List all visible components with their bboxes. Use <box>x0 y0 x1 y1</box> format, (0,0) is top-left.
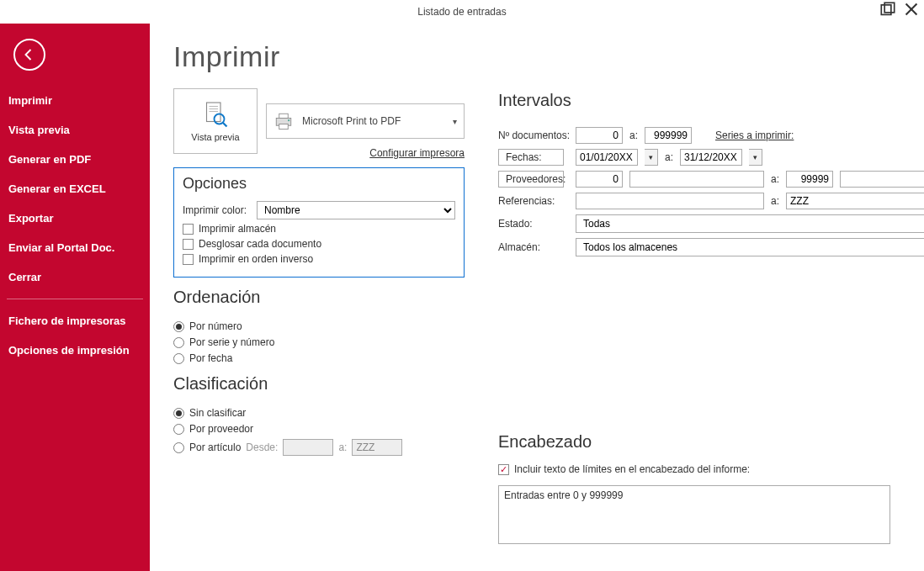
printer-name: Microsoft Print to PDF <box>302 115 459 127</box>
sidebar-item-imprimir[interactable]: Imprimir <box>0 86 150 115</box>
ref-from-input[interactable] <box>576 193 764 209</box>
opciones-title: Opciones <box>183 175 455 193</box>
radio-por-fecha-row[interactable]: Por fecha <box>173 352 465 364</box>
opciones-section: Opciones Imprimir color: Nombre Imprimir… <box>173 167 465 278</box>
document-preview-icon <box>200 100 231 130</box>
radio-por-fecha-label: Por fecha <box>189 352 232 364</box>
sidebar: Imprimir Vista previa Generar en PDF Gen… <box>0 24 150 571</box>
sidebar-item-enviar-portal[interactable]: Enviar al Portal Doc. <box>0 233 150 262</box>
hasta-input <box>352 439 402 456</box>
ordenacion-section: Ordenación Por número Por serie y número… <box>173 288 465 364</box>
window-title: Listado de entradas <box>417 6 506 18</box>
radio-por-numero-row[interactable]: Por número <box>173 320 465 332</box>
radio-icon[interactable] <box>173 321 184 332</box>
fecha-to-input[interactable] <box>680 149 742 166</box>
desde-label: Desde: <box>246 441 278 453</box>
radio-icon[interactable] <box>173 408 184 419</box>
prov-to-name-input[interactable] <box>840 171 924 188</box>
radio-sin-clasificar-row[interactable]: Sin clasificar <box>173 407 465 419</box>
radio-por-proveedor-label: Por proveedor <box>189 423 253 435</box>
checkbox-icon[interactable] <box>183 224 194 235</box>
radio-icon[interactable] <box>173 353 184 364</box>
ref-to-input[interactable] <box>786 193 924 209</box>
radio-icon[interactable] <box>173 424 184 435</box>
chk-desglosar-label: Desglosar cada documento <box>199 238 321 250</box>
chevron-down-icon[interactable]: ▾ <box>645 149 658 166</box>
radio-por-serie-label: Por serie y número <box>189 336 274 348</box>
radio-icon[interactable] <box>173 442 184 453</box>
chk-desglosar-row[interactable]: Desglosar cada documento <box>183 238 455 250</box>
ref-label: Referencias: <box>498 195 576 207</box>
sidebar-item-exportar[interactable]: Exportar <box>0 204 150 233</box>
ref-a-label: a: <box>771 195 779 207</box>
imprimir-color-label: Imprimir color: <box>183 204 252 216</box>
page-title: Imprimir <box>173 40 465 73</box>
sidebar-item-fichero-impresoras[interactable]: Fichero de impresoras <box>0 306 150 336</box>
radio-icon[interactable] <box>173 337 184 348</box>
sidebar-divider <box>7 299 143 299</box>
chk-incluir-texto-label: Incluir texto de límites en el encabezad… <box>514 463 750 475</box>
chk-inverso-label: Imprimir en orden inverso <box>199 253 313 265</box>
ndoc-label: Nº documentos: <box>498 130 576 141</box>
svg-rect-12 <box>279 124 289 130</box>
svg-point-13 <box>288 119 289 121</box>
chk-imprimir-almacen-label: Imprimir almacén <box>199 223 276 235</box>
fecha-a-label: a: <box>665 151 673 163</box>
radio-por-numero-label: Por número <box>189 320 242 332</box>
estado-label: Estado: <box>498 218 576 230</box>
sidebar-item-opciones-impresion[interactable]: Opciones de impresión <box>0 336 150 365</box>
radio-por-articulo-row[interactable]: Por artículo Desde: a: <box>173 439 465 456</box>
ndoc-a-label: a: <box>629 130 638 141</box>
config-printer-link[interactable]: Configurar impresora <box>266 147 465 159</box>
fechas-button[interactable]: Fechas: <box>498 149 564 166</box>
fecha-from-input[interactable] <box>576 149 638 166</box>
encabezado-title: Encabezado <box>498 432 890 452</box>
clasificacion-title: Clasificación <box>173 374 465 394</box>
chevron-down-icon[interactable]: ▾ <box>749 149 762 166</box>
sidebar-item-cerrar[interactable]: Cerrar <box>0 262 150 292</box>
sidebar-item-vista-previa[interactable]: Vista previa <box>0 115 150 145</box>
ndoc-to-input[interactable] <box>645 127 692 144</box>
chk-imprimir-almacen-row[interactable]: Imprimir almacén <box>183 223 455 235</box>
clasificacion-section: Clasificación Sin clasificar Por proveed… <box>173 374 465 456</box>
almacen-label: Almacén: <box>498 241 576 253</box>
estado-select[interactable]: Todas <box>576 214 924 233</box>
printer-select[interactable]: Microsoft Print to PDF ▾ <box>266 103 465 139</box>
ndoc-from-input[interactable] <box>576 127 623 144</box>
radio-por-articulo-label: Por artículo <box>189 441 241 453</box>
prov-to-input[interactable] <box>786 171 833 188</box>
radio-por-serie-row[interactable]: Por serie y número <box>173 336 465 348</box>
sidebar-item-generar-excel[interactable]: Generar en EXCEL <box>0 174 150 204</box>
series-link[interactable]: Series a imprimir: <box>715 130 794 141</box>
radio-sin-clasificar-label: Sin clasificar <box>189 407 246 419</box>
back-button[interactable] <box>13 39 45 71</box>
checkbox-icon[interactable] <box>183 254 194 265</box>
chevron-down-icon: ▾ <box>453 117 457 126</box>
prov-from-input[interactable] <box>576 171 623 188</box>
chk-inverso-row[interactable]: Imprimir en orden inverso <box>183 253 455 265</box>
window-close-icon[interactable] <box>904 2 919 17</box>
ordenacion-title: Ordenación <box>173 288 465 307</box>
svg-rect-11 <box>279 114 289 118</box>
intervalos-title: Intervalos <box>498 91 890 110</box>
encabezado-textarea[interactable]: Entradas entre 0 y 999999 <box>498 485 890 544</box>
proveedores-button[interactable]: Proveedores: <box>498 171 564 188</box>
chk-incluir-texto-row[interactable]: Incluir texto de límites en el encabezad… <box>498 463 890 475</box>
imprimir-color-select[interactable]: Nombre <box>257 201 455 219</box>
svg-line-9 <box>223 123 227 127</box>
radio-por-proveedor-row[interactable]: Por proveedor <box>173 423 465 435</box>
checkbox-icon[interactable] <box>183 239 194 250</box>
desde-input <box>283 439 333 456</box>
checkbox-icon[interactable] <box>498 464 509 475</box>
vista-previa-button[interactable]: Vista previa <box>173 88 258 154</box>
prov-a-label: a: <box>771 173 779 185</box>
a-label: a: <box>338 441 347 453</box>
prov-from-name-input[interactable] <box>629 171 764 188</box>
almacen-select[interactable]: Todos los almacenes <box>576 238 924 256</box>
sidebar-item-generar-pdf[interactable]: Generar en PDF <box>0 145 150 174</box>
printer-icon <box>272 109 295 133</box>
window-restore-icon[interactable] <box>880 2 895 17</box>
title-bar: Listado de entradas <box>0 0 924 24</box>
vista-previa-label: Vista previa <box>191 132 239 142</box>
